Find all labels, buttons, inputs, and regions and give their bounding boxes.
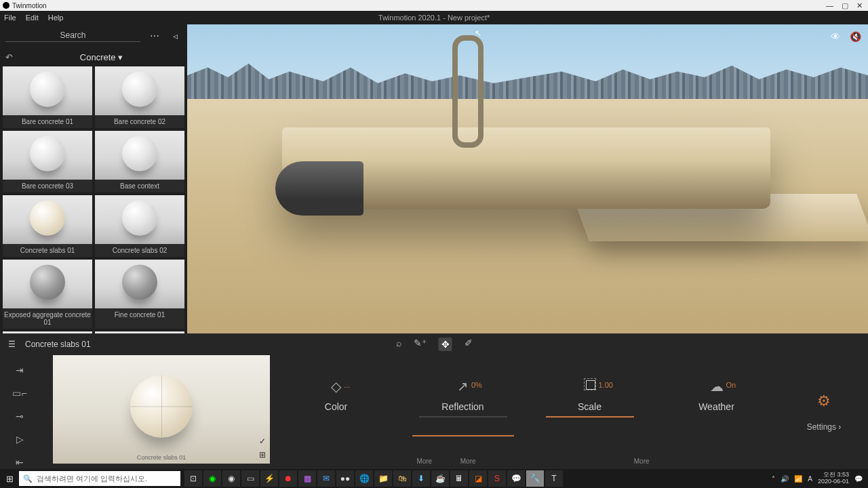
app-icon[interactable]: ⏺ [279, 470, 297, 487]
selected-material-name: Concrete slabs 01 [25, 340, 91, 349]
window-titlebar: Twinmotion — ▢ ✕ [0, 0, 868, 11]
window-title: Twinmotion [12, 2, 47, 9]
prop-weather[interactable]: ☁On Weather [666, 378, 768, 412]
app-icon[interactable]: ◪ [469, 470, 487, 487]
app-icon [3, 2, 9, 9]
app-icon[interactable]: ▭ [241, 470, 259, 487]
taskbar-search[interactable]: 🔍 검색하려면 여기에 입력하십시오. [19, 471, 180, 486]
cursor-icon: ↖ [475, 28, 481, 38]
notifications-icon[interactable]: 💬 [854, 475, 863, 483]
scene-pylon [441, 35, 484, 144]
tray-chevron-icon[interactable]: ˄ [772, 475, 775, 483]
windows-taskbar: ⊞ 🔍 검색하려면 여기에 입력하십시오. ⊡ ◉ ◉ ▭ ⚡ ⏺ ▦ ✉ ●●… [0, 469, 868, 488]
grid-view-icon[interactable]: ⊞ [259, 450, 266, 460]
preview-label: Concrete slabs 01 [137, 454, 186, 461]
taskview-icon[interactable]: ⊡ [184, 470, 202, 487]
material-grid[interactable]: Bare concrete 01 Bare concrete 02 Bare c… [0, 66, 187, 333]
eyedropper-icon[interactable]: ✐ [465, 338, 473, 351]
tray-icon[interactable]: 🔊 [781, 475, 789, 483]
app-icon[interactable]: ☕ [431, 470, 449, 487]
scene-slab [282, 127, 770, 209]
collapse-panel-icon[interactable]: ◃ [169, 30, 182, 41]
start-button[interactable]: ⊞ [0, 474, 19, 484]
app-icon[interactable]: 📁 [374, 470, 392, 487]
export-tab-icon[interactable]: ⇤ [16, 457, 24, 468]
window-max-button[interactable]: ▢ [842, 1, 848, 10]
audio-icon[interactable]: 🔇 [850, 31, 861, 42]
search-icon: 🔍 [23, 474, 33, 483]
back-icon[interactable]: ↶ [5, 52, 13, 62]
app-icon[interactable]: 🛍 [393, 470, 411, 487]
material-item[interactable]: Bare concrete 02 [95, 66, 184, 128]
paint-bucket-icon: ◇... [331, 378, 341, 397]
taskbar-clock[interactable]: 오전 3:53 2020-06-01 [818, 472, 849, 485]
app-icon[interactable]: ✉ [317, 470, 335, 487]
app-icon[interactable]: T [545, 470, 563, 487]
more-button[interactable]: More [416, 458, 432, 465]
material-item[interactable]: Fine concrete 01 [95, 260, 184, 329]
media-tab-icon[interactable]: ▷ [16, 434, 24, 445]
app-icon[interactable]: S [488, 470, 506, 487]
material-item[interactable]: Concrete slabs 01 [3, 195, 92, 257]
window-close-button[interactable]: ✕ [856, 1, 863, 10]
app-icon[interactable]: 🌐 [355, 470, 373, 487]
move-tool-icon[interactable]: ✥ [439, 338, 452, 351]
app-icon[interactable]: ⚡ [260, 470, 278, 487]
scale-icon: 1.00 [584, 378, 596, 397]
document-title: Twinmotion 2020.1 - New project* [378, 14, 490, 22]
tray-icon[interactable]: 📶 [794, 475, 802, 483]
app-icon[interactable]: ●● [336, 470, 354, 487]
material-item[interactable]: Bare concrete 03 [3, 131, 92, 192]
dock-panel: ☰ Concrete slabs 01 ⌕ ✎⁺ ✥ ✐ ⇥ ▭⌐ ⊸ ▷ ⇤ … [0, 333, 868, 469]
app-icon[interactable]: ◉ [222, 470, 240, 487]
match-tool-icon[interactable]: ⌕ [396, 338, 401, 351]
more-button[interactable]: More [634, 458, 650, 465]
app-icon[interactable]: 🔧 [526, 470, 544, 487]
weather-icon: ☁On [710, 378, 724, 397]
settings-button[interactable]: ⚙ Settings › [780, 355, 868, 469]
app-icon[interactable]: ▦ [298, 470, 316, 487]
sliders-icon: ⚙ [817, 392, 831, 410]
more-options-icon[interactable]: ⋯ [146, 30, 163, 41]
menubar: File Edit Help Twinmotion 2020.1 - New p… [0, 11, 868, 24]
material-properties: ◇... Color ↗0% Reflection 1.00 Scale ☁On… [273, 355, 780, 469]
system-tray[interactable]: ˄ 🔊 📶 A 오전 3:53 2020-06-01 💬 [766, 472, 868, 485]
tray-lang[interactable]: A [808, 475, 812, 483]
viewport-3d[interactable]: ↖ 👁 🔇 [187, 24, 868, 333]
menu-edit[interactable]: Edit [26, 14, 39, 22]
import-tab-icon[interactable]: ⇥ [16, 365, 24, 375]
menu-help[interactable]: Help [48, 14, 64, 22]
nature-tab-icon[interactable]: ⊸ [16, 411, 24, 422]
hamburger-icon[interactable]: ☰ [8, 340, 16, 349]
window-min-button[interactable]: — [826, 1, 833, 10]
material-sidebar: Search ⋯ ◃ ↶ Concrete ▾ Bare concrete 01… [0, 24, 187, 333]
dock-tabs: ⇥ ▭⌐ ⊸ ▷ ⇤ [0, 355, 39, 469]
reflection-icon: ↗0% [457, 378, 469, 397]
edit-tool-icon[interactable]: ✎⁺ [414, 338, 427, 351]
app-icon[interactable]: 🖩 [450, 470, 468, 487]
viewport-toolbar: ⌕ ✎⁺ ✥ ✐ [396, 338, 473, 351]
prop-reflection[interactable]: ↗0% Reflection [412, 378, 514, 436]
app-icon[interactable]: ⬇ [412, 470, 430, 487]
menu-file[interactable]: File [4, 14, 16, 22]
category-dropdown[interactable]: Concrete ▾ [80, 52, 123, 62]
material-preview[interactable]: Concrete slabs 01 ✓ ⊞ [53, 355, 270, 464]
prop-color[interactable]: ◇... Color [285, 378, 387, 412]
visibility-icon[interactable]: 👁 [831, 31, 840, 42]
prop-scale[interactable]: 1.00 Scale [539, 378, 641, 418]
app-icon[interactable]: ◉ [203, 470, 221, 487]
material-item[interactable]: Bare concrete 01 [3, 66, 92, 128]
app-icon[interactable]: 💬 [507, 470, 525, 487]
context-tab-icon[interactable]: ▭⌐ [12, 388, 26, 399]
more-button[interactable]: More [460, 458, 476, 465]
material-item[interactable]: Exposed aggregate concrete 01 [3, 260, 92, 329]
apply-check-icon[interactable]: ✓ [259, 436, 266, 446]
search-input[interactable]: Search [5, 30, 140, 42]
material-item[interactable]: Concrete slabs 02 [95, 195, 184, 257]
material-item[interactable]: Base context [95, 131, 184, 192]
